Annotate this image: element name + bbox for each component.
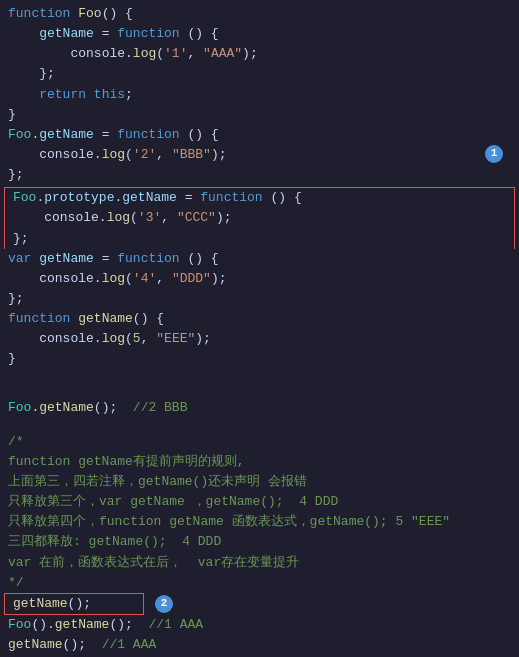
code-line: 只释放第三个，var getName ，getName(); 4 DDD xyxy=(0,492,519,512)
code-line: console.log('4', "DDD"); xyxy=(0,269,519,289)
code-line: var 在前，函数表达式在后， var存在变量提升 xyxy=(0,553,519,573)
code-line: getName = function () { xyxy=(0,24,519,44)
code-line: console.log('2', "BBB");1 xyxy=(0,145,519,165)
code-line: } xyxy=(0,349,519,369)
code-line: function getName() { xyxy=(0,309,519,329)
code-line: }; xyxy=(0,165,519,185)
badge-2: 2 xyxy=(155,595,173,613)
code-line: Foo.getName = function () { xyxy=(0,125,519,145)
code-line: function Foo() { xyxy=(0,4,519,24)
spacer xyxy=(0,384,519,398)
code-line: console.log(5, "EEE"); xyxy=(0,329,519,349)
code-line-redbox-start: Foo.prototype.getName = function () { xyxy=(5,188,514,208)
code-line: }; xyxy=(0,64,519,84)
code-line: } xyxy=(0,105,519,125)
code-line: var getName = function () { xyxy=(0,249,519,269)
spacer xyxy=(0,418,519,432)
code-line: getName(); //1 AAA xyxy=(0,635,519,655)
code-line: 三四都释放: getName(); 4 DDD xyxy=(0,532,519,552)
code-line: }; xyxy=(0,289,519,309)
code-line: */ xyxy=(0,573,519,593)
code-line: 上面第三，四若注释，getName()还未声明 会报错 xyxy=(0,472,519,492)
spacer xyxy=(0,370,519,384)
code-line: console.log('1', "AAA"); xyxy=(0,44,519,64)
code-line: function getName有提前声明的规则, xyxy=(0,452,519,472)
code-line-redbox-end: }; xyxy=(5,229,514,249)
code-line: Foo.getName(); //2 BBB xyxy=(0,398,519,418)
code-line-redbox-mid: console.log('3', "CCC"); xyxy=(5,208,514,228)
code-line-bottom-box: getName(); xyxy=(5,594,143,614)
code-line: Foo().getName(); //1 AAA xyxy=(0,615,519,635)
code-line: 只释放第四个，function getName 函数表达式，getName();… xyxy=(0,512,519,532)
code-editor: function Foo() { getName = function () {… xyxy=(0,0,519,657)
badge-1: 1 xyxy=(485,145,503,163)
code-line: /* xyxy=(0,432,519,452)
code-line: return this; xyxy=(0,85,519,105)
